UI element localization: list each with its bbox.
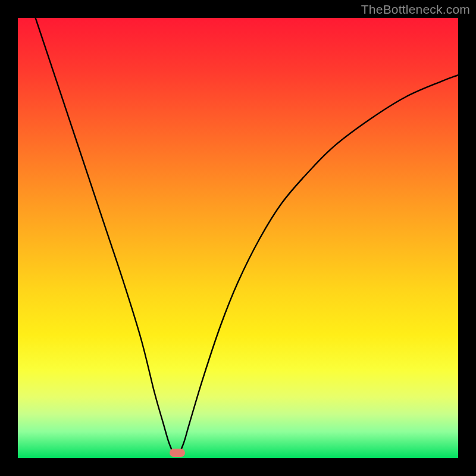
watermark-label: TheBottleneck.com: [361, 2, 470, 17]
chart-frame: TheBottleneck.com: [0, 0, 476, 476]
plot-area: [18, 18, 458, 458]
bottleneck-curve: [18, 18, 458, 458]
optimal-point-marker: [170, 449, 185, 457]
